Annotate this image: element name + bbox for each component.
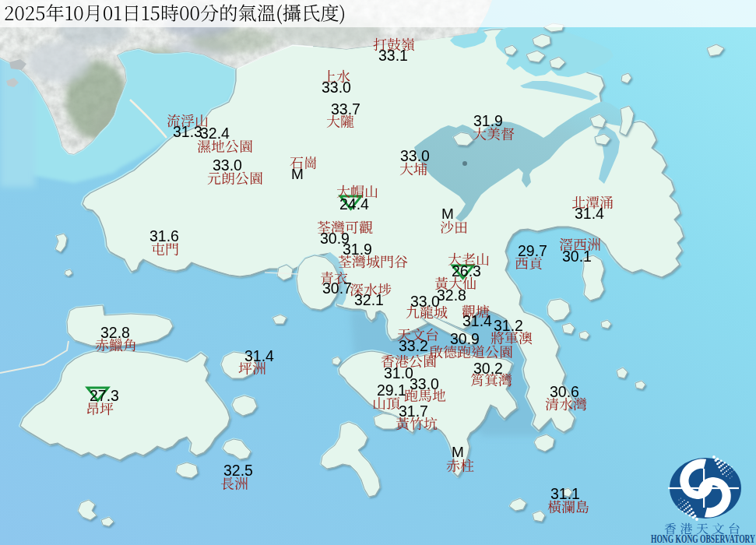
svg-text:31.4: 31.4 bbox=[575, 205, 604, 222]
svg-text:32.8: 32.8 bbox=[100, 324, 130, 341]
svg-text:31.2: 31.2 bbox=[494, 317, 523, 334]
svg-text:M: M bbox=[452, 444, 464, 460]
svg-text:31.4: 31.4 bbox=[244, 347, 274, 364]
svg-text:30.9: 30.9 bbox=[450, 330, 480, 347]
svg-text:29.7: 29.7 bbox=[518, 242, 547, 259]
svg-text:31.4: 31.4 bbox=[462, 312, 492, 329]
svg-text:33.2: 33.2 bbox=[399, 337, 428, 354]
svg-text:33.0: 33.0 bbox=[410, 375, 439, 392]
svg-text:27.3: 27.3 bbox=[90, 387, 119, 404]
svg-text:HONG KONG OBSERVATORY: HONG KONG OBSERVATORY bbox=[651, 533, 755, 545]
svg-text:M: M bbox=[441, 206, 454, 222]
svg-text:30.6: 30.6 bbox=[550, 383, 579, 400]
svg-text:33.0: 33.0 bbox=[322, 79, 351, 96]
svg-text:31.6: 31.6 bbox=[149, 227, 179, 244]
svg-text:31.9: 31.9 bbox=[343, 241, 372, 258]
svg-text:32.5: 32.5 bbox=[223, 462, 253, 479]
svg-text:32.4: 32.4 bbox=[200, 125, 230, 142]
svg-text:24.4: 24.4 bbox=[339, 195, 369, 213]
svg-text:M: M bbox=[291, 166, 304, 182]
svg-text:31.7: 31.7 bbox=[399, 403, 428, 420]
svg-text:33.7: 33.7 bbox=[331, 100, 360, 118]
svg-text:33.0: 33.0 bbox=[400, 147, 430, 164]
svg-text:32.1: 32.1 bbox=[354, 291, 384, 308]
svg-text:30.2: 30.2 bbox=[473, 360, 503, 377]
svg-text:31.9: 31.9 bbox=[473, 112, 503, 129]
svg-text:31.1: 31.1 bbox=[550, 485, 580, 502]
svg-text:33.0: 33.0 bbox=[410, 293, 440, 310]
svg-text:31.3: 31.3 bbox=[173, 123, 202, 140]
svg-text:33.1: 33.1 bbox=[378, 47, 408, 64]
svg-text:33.0: 33.0 bbox=[213, 156, 242, 174]
svg-text:26.3: 26.3 bbox=[452, 262, 481, 280]
svg-text:30.7: 30.7 bbox=[322, 280, 352, 297]
svg-text:29.1: 29.1 bbox=[377, 382, 406, 399]
svg-text:32.8: 32.8 bbox=[437, 287, 466, 304]
svg-text:30.1: 30.1 bbox=[562, 248, 592, 265]
